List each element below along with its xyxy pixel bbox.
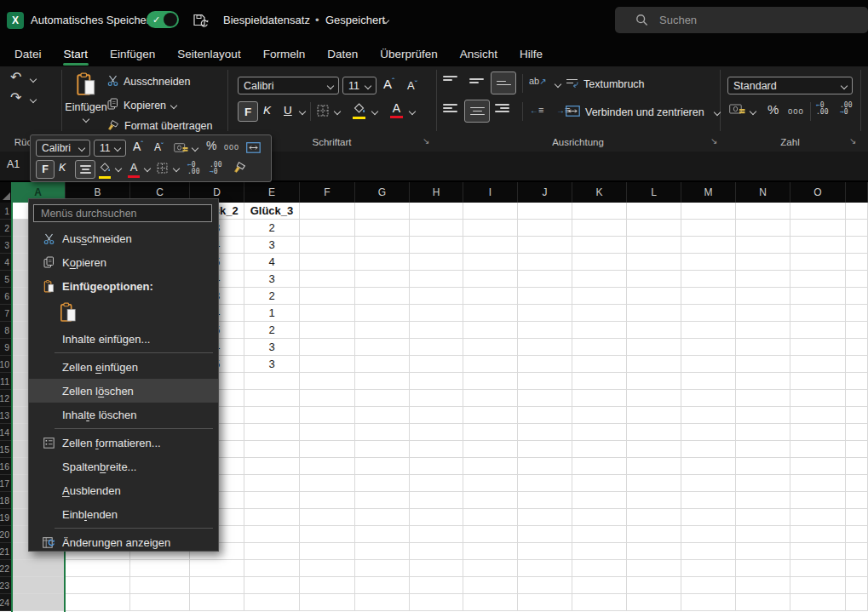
borders-icon[interactable] (317, 105, 329, 119)
mini-comma-button[interactable]: 000 (224, 143, 239, 152)
cell-L18[interactable] (627, 492, 681, 509)
decrease-font-button[interactable]: Aˇ (407, 79, 417, 92)
cell-G12[interactable] (355, 390, 410, 407)
column-header-I[interactable]: I (463, 182, 518, 203)
cell-G10[interactable] (355, 356, 410, 373)
row-header-14[interactable]: 14 (0, 424, 11, 441)
cell-F11[interactable] (300, 373, 355, 390)
cell-K16[interactable] (572, 458, 627, 475)
cell-J1[interactable] (518, 203, 572, 220)
redo-chevron-icon[interactable] (30, 96, 37, 103)
cell-M8[interactable] (681, 322, 736, 339)
redo-button[interactable]: ↷ (10, 92, 21, 104)
cell-M24[interactable] (681, 594, 736, 611)
cell-E1[interactable]: Glück_3 (244, 203, 300, 220)
align-middle-button[interactable] (469, 78, 484, 83)
cell-L16[interactable] (627, 458, 681, 475)
wrap-text-button[interactable]: Textumbruch (566, 77, 645, 91)
cell-N7[interactable] (736, 305, 790, 322)
menu-item-copy[interactable]: Kopieren (29, 250, 218, 274)
search-box[interactable]: Suchen (615, 7, 868, 33)
decrease-decimal-button[interactable]: .00 →0 (840, 102, 852, 116)
cell-N14[interactable] (736, 424, 790, 441)
cell-I24[interactable] (463, 594, 518, 611)
cell-G13[interactable] (355, 407, 410, 424)
column-header-E[interactable]: E (244, 182, 300, 203)
cell-O17[interactable] (790, 475, 846, 492)
merge-center-button[interactable]: Verbinden und zentrieren (566, 106, 720, 119)
cell-B24[interactable] (66, 594, 130, 611)
cell-G7[interactable] (355, 305, 410, 322)
cell-H11[interactable] (410, 373, 463, 390)
cell-I9[interactable] (463, 339, 518, 356)
cell-H10[interactable] (410, 356, 463, 373)
cell-K17[interactable] (572, 475, 627, 492)
mini-percent-button[interactable]: % (206, 139, 216, 152)
tab-einfuegen[interactable]: Einfügen (99, 41, 166, 66)
cell-G2[interactable] (355, 220, 410, 237)
cell-O1[interactable] (790, 203, 846, 220)
column-header-O[interactable]: O (790, 182, 846, 203)
font-name-combo[interactable]: Calibri (238, 77, 339, 94)
cell-H7[interactable] (410, 305, 463, 322)
cell-K21[interactable] (572, 543, 627, 560)
cell-E13[interactable] (244, 407, 300, 424)
cell-F10[interactable] (300, 356, 355, 373)
cell-P22[interactable] (846, 560, 868, 577)
cell-G21[interactable] (355, 543, 410, 560)
cell-C22[interactable] (130, 560, 190, 577)
cell-H23[interactable] (410, 577, 463, 594)
cell-E9[interactable]: 3 (244, 339, 300, 356)
cell-E10[interactable]: 3 (244, 356, 300, 373)
cell-O2[interactable] (790, 220, 846, 237)
cell-K4[interactable] (572, 254, 627, 271)
cell-M3[interactable] (681, 237, 736, 254)
cell-M2[interactable] (681, 220, 736, 237)
cell-G5[interactable] (355, 271, 410, 288)
align-right-button[interactable] (495, 104, 509, 112)
mini-borders-icon[interactable] (157, 162, 168, 177)
cell-L21[interactable] (627, 543, 681, 560)
cell-H21[interactable] (410, 543, 463, 560)
mini-fill-color-button[interactable] (99, 160, 111, 179)
align-center-button[interactable] (464, 100, 490, 123)
cell-F16[interactable] (300, 458, 355, 475)
cell-G18[interactable] (355, 492, 410, 509)
cell-H5[interactable] (410, 271, 463, 288)
mini-font-color-button[interactable]: A (128, 159, 140, 178)
cell-M5[interactable] (681, 271, 736, 288)
cell-M11[interactable] (681, 373, 736, 390)
cell-P10[interactable] (846, 356, 868, 373)
fill-color-chevron-icon[interactable] (371, 108, 378, 115)
cell-J4[interactable] (518, 254, 572, 271)
cut-button[interactable]: Ausschneiden (107, 75, 191, 89)
cell-O12[interactable] (790, 390, 846, 407)
cell-K1[interactable] (572, 203, 627, 220)
cell-K2[interactable] (572, 220, 627, 237)
cell-H24[interactable] (410, 594, 463, 611)
cell-M21[interactable] (681, 543, 736, 560)
cell-J6[interactable] (518, 288, 572, 305)
cell-J23[interactable] (518, 577, 572, 594)
cell-E24[interactable] (244, 594, 300, 611)
cell-E22[interactable] (244, 560, 300, 577)
cell-I18[interactable] (463, 492, 518, 509)
menu-item-column-width[interactable]: Spaltenbreite... (29, 455, 218, 478)
cell-J3[interactable] (518, 237, 572, 254)
document-title[interactable]: Biespieldatensatz (223, 14, 310, 26)
cell-L15[interactable] (627, 441, 681, 458)
menu-item-cut[interactable]: Ausschneiden (29, 226, 218, 250)
cell-F5[interactable] (300, 271, 355, 288)
cell-F21[interactable] (300, 543, 355, 560)
tab-hilfe[interactable]: Hilfe (509, 41, 554, 66)
cell-N24[interactable] (736, 594, 790, 611)
cell-O9[interactable] (790, 339, 846, 356)
cell-O11[interactable] (790, 373, 846, 390)
cell-G15[interactable] (355, 441, 410, 458)
comma-style-button[interactable]: 000 (788, 106, 804, 116)
orientation-icon[interactable]: ab↗ (529, 76, 547, 86)
cell-H14[interactable] (410, 424, 463, 441)
name-box[interactable]: A1 (7, 158, 20, 170)
cell-M4[interactable] (681, 254, 736, 271)
cell-O23[interactable] (790, 577, 846, 594)
